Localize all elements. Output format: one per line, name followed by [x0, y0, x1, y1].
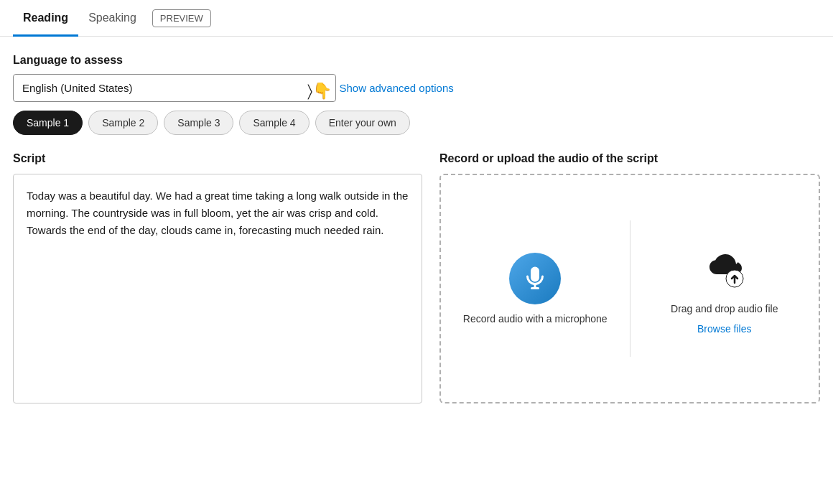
tab-reading[interactable]: Reading — [13, 0, 78, 37]
drag-drop-label: Drag and drop audio file — [671, 303, 778, 314]
drag-drop-option[interactable]: Drag and drop audio file Browse files — [630, 175, 819, 402]
sample-btn-4[interactable]: Sample 4 — [239, 111, 309, 135]
record-label: Record audio with a microphone — [463, 313, 608, 325]
upload-box: Record audio with a microphone — [439, 174, 820, 403]
script-textarea[interactable] — [13, 174, 422, 403]
browse-files-link[interactable]: Browse files — [697, 323, 751, 335]
language-select[interactable]: English (United States) Spanish (Spain) … — [13, 74, 336, 102]
sample-btn-3[interactable]: Sample 3 — [164, 111, 233, 135]
upload-section: Record or upload the audio of the script… — [439, 152, 820, 406]
sample-btn-enter-own[interactable]: Enter your own — [315, 111, 410, 135]
tab-speaking[interactable]: Speaking — [78, 0, 146, 37]
sample-btn-1[interactable]: Sample 1 — [13, 111, 83, 135]
script-title: Script — [13, 152, 422, 165]
tab-preview[interactable]: PREVIEW — [152, 9, 211, 27]
sample-buttons-group: Sample 1 Sample 2 Sample 3 Sample 4 Ente… — [13, 111, 820, 135]
cloud-svg — [702, 246, 748, 291]
upload-title: Record or upload the audio of the script — [439, 152, 820, 165]
tabs-bar: Reading Speaking PREVIEW — [0, 0, 833, 37]
show-advanced-options[interactable]: Show advanced options — [339, 82, 453, 94]
record-option[interactable]: Record audio with a microphone — [441, 175, 630, 402]
microphone-icon — [509, 253, 561, 304]
bottom-section: Script Record or upload the audio of the… — [13, 152, 820, 406]
language-select-wrapper: English (United States) Spanish (Spain) … — [13, 74, 336, 102]
mic-svg — [522, 266, 548, 291]
cloud-upload-icon — [699, 243, 750, 294]
sample-btn-2[interactable]: Sample 2 — [88, 111, 158, 135]
main-content: Language to assess English (United State… — [0, 37, 833, 419]
script-section: Script — [13, 152, 422, 406]
language-label: Language to assess — [13, 54, 820, 67]
